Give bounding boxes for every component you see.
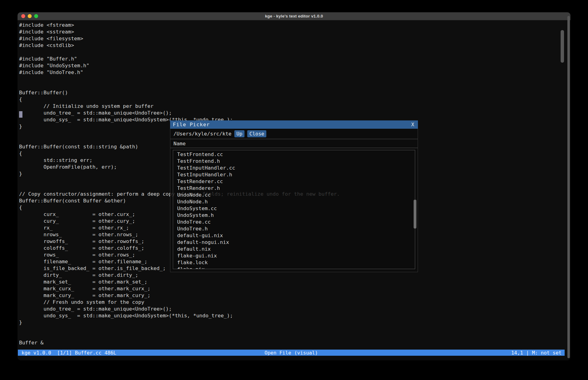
separator	[170, 148, 418, 148]
close-button[interactable]: Close	[247, 130, 266, 137]
status-cursor-pos: 14,1 | M: not set	[511, 350, 562, 356]
file-list-item[interactable]: UndoSystem.h	[173, 212, 415, 219]
window-title: kge - kyle's text editor v1.0.0	[18, 14, 570, 18]
name-column-header: Name	[173, 141, 186, 147]
window-titlebar: kge - kyle's text editor v1.0.0	[18, 12, 570, 20]
file-list-item[interactable]: TestInputHandler.cc	[173, 165, 415, 171]
column-header-row: Name	[170, 139, 418, 148]
dialog-close-icon[interactable]: X	[411, 122, 414, 127]
file-list-item[interactable]: TestFrontend.cc	[173, 151, 415, 158]
file-list-item[interactable]: UndoNode.cc	[173, 192, 415, 198]
file-list-item[interactable]: default-gui.nix	[173, 232, 415, 239]
app-window: kge - kyle's text editor v1.0.0 #include…	[18, 12, 570, 360]
file-list-item[interactable]: flake.nix	[173, 266, 415, 269]
editor-scrollbar-thumb[interactable]	[561, 30, 564, 63]
file-picker-path-row: /Users/kyle/src/kte Up Close	[170, 129, 418, 139]
file-list-scrollbar-thumb[interactable]	[414, 200, 416, 229]
window-right-scrollbar[interactable]	[567, 16, 570, 358]
file-picker-title: File Picker	[173, 122, 210, 127]
status-bar: kge v1.0.0 [1/1] Buffer.cc 486L Open Fil…	[18, 350, 565, 356]
file-list-item[interactable]: default-nogui.nix	[173, 239, 415, 246]
file-list-item[interactable]: TestRenderer.cc	[173, 178, 415, 185]
file-list-item[interactable]: UndoSystem.cc	[173, 205, 415, 212]
file-list-item[interactable]: UndoTree.cc	[173, 219, 415, 225]
file-list-item[interactable]: flake-gui.nix	[173, 253, 415, 259]
file-list-item[interactable]: TestRenderer.h	[173, 185, 415, 192]
status-mode: Open File (visual)	[18, 350, 565, 356]
file-list-item[interactable]: TestInputHandler.h	[173, 171, 415, 178]
file-picker-dialog: File Picker X /Users/kyle/src/kte Up Clo…	[170, 120, 418, 272]
file-list-item[interactable]: default.nix	[173, 246, 415, 253]
up-button[interactable]: Up	[234, 130, 244, 137]
file-list-item[interactable]: UndoTree.h	[173, 225, 415, 232]
file-list-item[interactable]: UndoNode.h	[173, 198, 415, 205]
file-picker-titlebar[interactable]: File Picker X	[170, 120, 418, 129]
file-list-item[interactable]: TestFrontend.h	[173, 158, 415, 165]
file-list-item[interactable]: flake.lock	[173, 259, 415, 266]
current-path: /Users/kyle/src/kte	[173, 131, 232, 137]
file-list[interactable]: TestFrontend.ccTestFrontend.hTestInputHa…	[173, 150, 415, 269]
editor-area[interactable]: #include <fstream> #include <sstream> #i…	[18, 20, 570, 350]
